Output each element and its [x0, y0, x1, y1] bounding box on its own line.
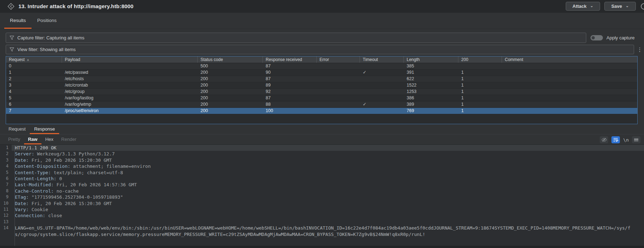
toggle-knob	[592, 36, 595, 39]
tab-render-label: Render	[61, 137, 77, 142]
line-number: 1	[0, 145, 12, 151]
tab-request-label: Request	[9, 126, 26, 132]
column-header-comment[interactable]: Comment	[502, 56, 637, 63]
response-line: 13	[0, 219, 644, 225]
line-number: 8	[0, 188, 12, 194]
result-row[interactable]: 6/var/log/wtmp20088✓3891	[6, 101, 637, 108]
capture-filter-text: Capture filter: Capturing all items	[17, 35, 84, 40]
result-row[interactable]: 1/etc/passwd20090✓3911	[6, 70, 637, 76]
kebab-menu-icon[interactable]: ⋮	[636, 45, 643, 54]
view-filter-text: View filter: Showing all items	[17, 47, 76, 52]
response-line: 2 Server: Werkzeug/3.1.3 Python/3.12.7	[0, 151, 644, 157]
save-button-label: Save	[611, 4, 622, 9]
chevron-down-icon: ⌄	[626, 4, 629, 8]
response-line: 14 LANG=en_US.UTF-8PATH=/home/web/web/en…	[0, 225, 644, 237]
tab-render[interactable]: Render	[57, 135, 80, 144]
sort-ascending-icon: ∧	[27, 58, 29, 62]
line-number: 14	[0, 225, 12, 231]
result-row[interactable]: 3/etc/crontab2008915221	[6, 82, 637, 89]
apply-capture-filter-label: Apply capture filter	[606, 33, 644, 43]
response-line: 3 Date: Fri, 20 Feb 2026 15:20:30 GMT	[0, 157, 644, 163]
response-line: 8 Cache-Control: no-cache	[0, 188, 644, 194]
response-line: 5 Content-Type: text/plain; charset=utf-…	[0, 170, 644, 176]
tab-results[interactable]: Results	[4, 13, 32, 29]
result-row[interactable]: 2/etc/hosts200876221	[6, 76, 637, 82]
column-header-payload[interactable]: Payload	[62, 56, 198, 63]
view-filter-bar[interactable]: View filter: Showing all items	[6, 45, 634, 54]
response-line: 11 Vary: Cookie	[0, 206, 644, 213]
line-number: 12	[0, 213, 12, 219]
tab-positions[interactable]: Positions	[32, 13, 62, 29]
tab-results-label: Results	[10, 18, 26, 23]
tab-positions-label: Positions	[37, 18, 57, 23]
editor-toolbar-icons: \n	[600, 136, 640, 144]
tab-pretty-label: Pretty	[8, 137, 20, 142]
response-view-tabs: Pretty Raw Hex Render	[0, 135, 644, 144]
filter-funnel-icon	[10, 47, 14, 52]
line-number: 9	[0, 194, 12, 200]
title-bar: 13. Intruder attack of http://imagery.ht…	[0, 0, 644, 13]
pop-out-icon[interactable]	[7, 3, 15, 10]
line-number: 5	[0, 170, 12, 176]
tab-raw-label: Raw	[28, 137, 38, 142]
result-row[interactable]: 4/etc/group2009212531	[6, 89, 637, 95]
response-line: 4 Content-Disposition: attachment; filen…	[0, 163, 644, 169]
chevron-down-icon: ⌄	[590, 4, 593, 8]
intruder-attack-window: 13. Intruder attack of http://imagery.ht…	[0, 0, 644, 248]
result-row[interactable]: 5/var/log/lastlog200873861	[6, 95, 637, 101]
results-table[interactable]: Request∧ Payload Status code Response re…	[6, 56, 638, 124]
response-line: 9 ETag: "1771599456.2527304-0-1059718893…	[0, 194, 644, 200]
timeout-check-icon: ✓	[360, 101, 404, 108]
tab-response-label: Response	[34, 126, 55, 132]
tab-hex-label: Hex	[45, 137, 53, 142]
filter-funnel-icon	[10, 35, 14, 40]
timeout-check-icon: ✓	[360, 70, 404, 76]
result-row[interactable]: 050087385	[6, 63, 637, 70]
column-header-200[interactable]: 200	[458, 56, 502, 63]
line-number: 3	[0, 157, 12, 163]
attack-tabs: Results Positions	[0, 13, 644, 29]
line-number: 11	[0, 206, 12, 213]
tab-request[interactable]: Request	[4, 125, 30, 134]
column-header-error[interactable]: Error	[317, 56, 360, 63]
column-header-timeout[interactable]: Timeout	[360, 56, 404, 63]
bottom-panel-edge	[0, 246, 644, 248]
line-number: 10	[0, 200, 12, 206]
hide-non-printable-icon[interactable]	[600, 136, 608, 143]
column-header-status-code[interactable]: Status code	[198, 56, 263, 63]
tab-response[interactable]: Response	[30, 125, 59, 134]
response-line: 10 Date: Fri, 20 Feb 2026 15:20:30 GMT	[0, 200, 644, 206]
results-table-header: Request∧ Payload Status code Response re…	[6, 56, 637, 63]
line-number: 13	[0, 219, 12, 225]
line-number: 4	[0, 163, 12, 169]
apply-capture-filter-toggle[interactable]	[591, 35, 603, 40]
line-number: 6	[0, 176, 12, 182]
line-number: 7	[0, 182, 12, 188]
word-wrap-icon[interactable]	[611, 136, 620, 143]
line-number: 2	[0, 151, 12, 157]
result-row-selected[interactable]: 7/proc/self/environ2001007691	[6, 108, 637, 114]
column-header-request[interactable]: Request∧	[6, 56, 62, 63]
help-icon[interactable]	[641, 3, 644, 10]
save-button[interactable]: Save ⌄	[604, 2, 636, 11]
column-header-length[interactable]: Length	[404, 56, 458, 63]
attack-button-label: Attack	[572, 4, 587, 9]
attack-title: 13. Intruder attack of http://imagery.ht…	[18, 0, 134, 13]
response-line: 12 Connection: close	[0, 213, 644, 219]
tab-raw[interactable]: Raw	[24, 135, 41, 144]
response-editor[interactable]: 1 HTTP/1.1 200 OK 2 Server: Werkzeug/3.1…	[0, 144, 644, 246]
capture-filter-bar[interactable]: Capture filter: Capturing all items	[6, 33, 586, 43]
response-line: 7 Last-Modified: Fri, 20 Feb 2026 14:57:…	[0, 182, 644, 188]
column-header-response-received[interactable]: Response received	[263, 56, 317, 63]
message-editor-tabs: Request Response	[0, 125, 644, 134]
show-newlines-icon[interactable]: \n	[623, 137, 629, 143]
response-line: 6 Content-Length: 0	[0, 176, 644, 182]
tab-hex[interactable]: Hex	[41, 135, 57, 144]
response-line: 1 HTTP/1.1 200 OK	[0, 145, 644, 151]
tab-pretty[interactable]: Pretty	[4, 135, 24, 144]
gutter-divider	[15, 145, 15, 246]
editor-menu-icon[interactable]	[632, 136, 640, 143]
attack-button[interactable]: Attack ⌄	[566, 2, 600, 11]
